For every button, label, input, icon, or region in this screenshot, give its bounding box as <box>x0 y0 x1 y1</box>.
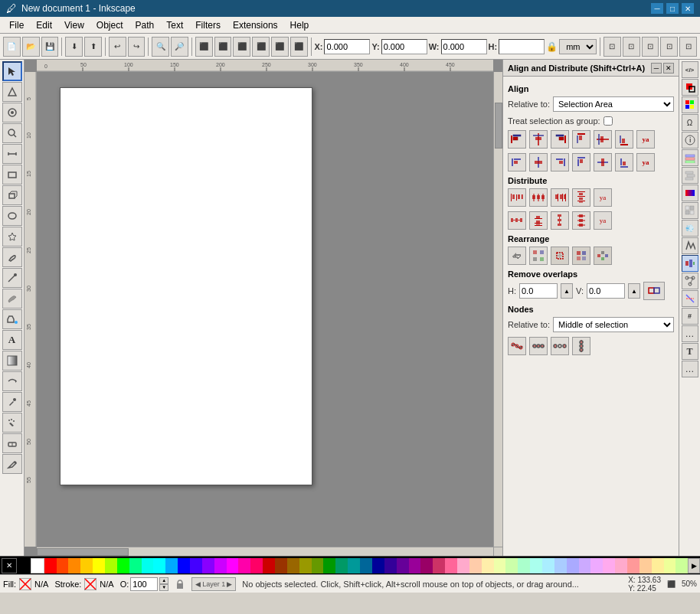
align-left-edges-button[interactable] <box>508 130 526 149</box>
node-distribute-h-button[interactable] <box>551 337 569 355</box>
opacity-input[interactable] <box>130 577 158 591</box>
zoom-in-button[interactable]: 🔍 <box>152 37 169 57</box>
color-green-teal[interactable] <box>129 558 142 573</box>
more-button[interactable]: … <box>682 325 698 342</box>
align-right-anchor-button[interactable] <box>551 153 569 171</box>
distribute-top-edges-button[interactable] <box>572 188 590 207</box>
stroke-indicator[interactable] <box>84 578 96 590</box>
panel-close-button[interactable]: ✕ <box>663 63 674 73</box>
vertical-scroll-thumb[interactable] <box>495 103 502 149</box>
zoom-out-button[interactable]: 🔎 <box>171 37 188 57</box>
color-blue[interactable] <box>178 558 190 573</box>
tool-bucket[interactable] <box>2 309 22 329</box>
distribute-bottom-edges-button[interactable] <box>529 211 548 230</box>
tool-star[interactable] <box>2 227 22 247</box>
color-red[interactable] <box>44 558 57 573</box>
tool-tweak[interactable] <box>2 103 22 122</box>
color-dark-orange[interactable] <box>287 558 299 573</box>
distribute-center-h-button[interactable] <box>529 188 548 207</box>
color-crimson[interactable] <box>433 558 445 573</box>
color-dark-violet[interactable] <box>384 558 397 573</box>
color-yellow-green[interactable] <box>105 558 117 573</box>
color-salmon[interactable] <box>627 558 639 573</box>
spray-tool-button[interactable]: 💨 <box>682 220 698 237</box>
snap-button[interactable]: # <box>682 308 698 325</box>
node-align-v-button[interactable] <box>572 337 590 355</box>
fill-indicator[interactable] <box>19 578 31 590</box>
color-white[interactable] <box>31 558 44 573</box>
color-cream[interactable] <box>482 558 494 573</box>
close-button[interactable]: ✕ <box>682 3 694 14</box>
align-right-tb[interactable]: ⬛ <box>233 37 250 57</box>
align-top-anchor-button[interactable] <box>572 153 590 171</box>
symbols-button[interactable]: Ω <box>682 114 698 131</box>
w-coord-input[interactable] <box>441 39 487 54</box>
nodes-tool-button[interactable] <box>682 273 698 289</box>
tool-eraser[interactable] <box>2 433 22 453</box>
undo-button[interactable]: ↩ <box>109 37 126 57</box>
color-lavender[interactable] <box>567 558 579 573</box>
object-properties-button[interactable]: i <box>682 132 698 149</box>
color-mint[interactable] <box>518 558 530 573</box>
tool-selector[interactable] <box>2 61 22 81</box>
canvas-area[interactable]: 0 50 100 150 200 250 300 350 400 450 <box>25 60 502 556</box>
maximize-button[interactable]: □ <box>666 3 679 14</box>
minimize-button[interactable]: ─ <box>651 3 663 14</box>
tool-measure[interactable] <box>2 144 22 164</box>
tool-text[interactable]: A <box>2 330 22 350</box>
panel-minimize-button[interactable]: ─ <box>651 63 662 73</box>
menu-object[interactable]: Object <box>90 18 129 32</box>
color-light-teal[interactable] <box>530 558 542 573</box>
distribute-left-edges-button[interactable] <box>508 188 526 207</box>
color-pale-green[interactable] <box>675 558 688 573</box>
color-peach[interactable] <box>469 558 482 573</box>
align-distribute-button[interactable] <box>682 255 698 272</box>
color-gold[interactable] <box>652 558 664 573</box>
color-tan[interactable] <box>639 558 652 573</box>
paint-servers-button[interactable] <box>682 185 698 201</box>
color-dark-teal[interactable] <box>335 558 348 573</box>
guides-button[interactable] <box>682 290 698 307</box>
color-steel-blue[interactable] <box>360 558 372 573</box>
nodes-relative-to-select[interactable]: Middle of selection Min/Max of selection… <box>553 317 674 332</box>
align-left-tb[interactable]: ⬛ <box>195 37 213 57</box>
exchange-positions-button[interactable] <box>508 247 526 265</box>
opacity-up[interactable]: ▲ <box>159 577 168 584</box>
color-hot-pink[interactable] <box>238 558 250 573</box>
h-coord-input[interactable] <box>499 39 545 54</box>
align-bottom-edges-button[interactable] <box>615 130 633 149</box>
align-bot-tb[interactable]: ⬛ <box>290 37 308 57</box>
color-khaki[interactable] <box>664 558 676 573</box>
h-overlap-up[interactable]: ▲ <box>561 283 573 299</box>
layer-selector[interactable]: ◀ Layer 1 ▶ <box>191 577 236 591</box>
remove-overlaps-button[interactable] <box>643 282 665 300</box>
tool-spray[interactable] <box>2 413 22 433</box>
color-cyan[interactable] <box>153 558 165 573</box>
align-mid-tb[interactable]: ⬛ <box>271 37 289 57</box>
opacity-down[interactable]: ▼ <box>159 584 168 591</box>
color-green[interactable] <box>117 558 129 573</box>
vertical-scrollbar[interactable] <box>493 72 502 547</box>
color-purple[interactable] <box>202 558 214 573</box>
color-olive[interactable] <box>299 558 312 573</box>
objects-button[interactable] <box>682 167 698 184</box>
unit-selector[interactable]: mmpxcmin <box>559 39 597 54</box>
color-pink[interactable] <box>250 558 263 573</box>
snap-btn2[interactable]: ⊡ <box>623 37 640 57</box>
align-center-tb[interactable]: ⬛ <box>214 37 232 57</box>
color-light-magenta[interactable] <box>603 558 615 573</box>
align-v-anchor-button[interactable] <box>594 153 612 171</box>
node-align-h-button[interactable] <box>529 337 548 355</box>
horizontal-scrollbar[interactable] <box>37 547 493 556</box>
window-controls[interactable]: ─ □ ✕ <box>651 3 694 14</box>
color-dark-magenta[interactable] <box>409 558 421 573</box>
lock-aspect-icon[interactable]: 🔒 <box>546 41 558 52</box>
color-violet[interactable] <box>214 558 227 573</box>
menu-help[interactable]: Help <box>284 18 316 32</box>
color-dark-pink[interactable] <box>420 558 433 573</box>
relative-to-select[interactable]: Selection Area Page Drawing First select… <box>553 96 674 112</box>
color-light-green[interactable] <box>505 558 518 573</box>
save-button[interactable]: 💾 <box>41 37 59 57</box>
y-coord-input[interactable] <box>381 39 427 54</box>
v-overlap-up[interactable]: ▲ <box>628 283 640 299</box>
